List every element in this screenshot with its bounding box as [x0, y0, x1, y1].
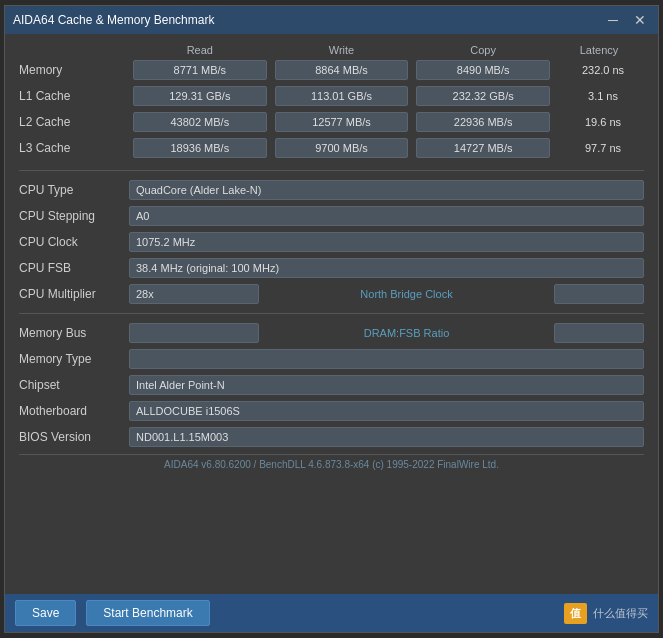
bench-row-memory: Memory 8771 MB/s 8864 MB/s 8490 MB/s 232… [19, 60, 644, 80]
l2-copy: 22936 MB/s [416, 112, 550, 132]
cpu-stepping-row: CPU Stepping A0 [19, 205, 644, 227]
title-bar-buttons: ─ ✕ [604, 11, 650, 29]
memory-type-label: Memory Type [19, 352, 129, 366]
motherboard-row: Motherboard ALLDOCUBE i1506S [19, 400, 644, 422]
memory-bus-label: Memory Bus [19, 326, 129, 340]
l1-copy: 232.32 GB/s [416, 86, 550, 106]
l1-write: 113.01 GB/s [275, 86, 409, 106]
cpu-fsb-value: 38.4 MHz (original: 100 MHz) [129, 258, 644, 278]
l3-write: 9700 MB/s [275, 138, 409, 158]
north-bridge-label: North Bridge Clock [259, 288, 554, 300]
bios-value: ND001.L1.15M003 [129, 427, 644, 447]
bios-label: BIOS Version [19, 430, 129, 444]
bench-row-l3: L3 Cache 18936 MB/s 9700 MB/s 14727 MB/s… [19, 138, 644, 158]
cpu-info-section: CPU Type QuadCore (Alder Lake-N) CPU Ste… [19, 179, 644, 305]
chipset-row: Chipset Intel Alder Point-N [19, 374, 644, 396]
dram-fsb-value [554, 323, 644, 343]
cpu-clock-label: CPU Clock [19, 235, 129, 249]
memory-label: Memory [19, 63, 129, 77]
motherboard-label: Motherboard [19, 404, 129, 418]
watermark-text: 什么值得买 [593, 606, 648, 621]
minimize-button[interactable]: ─ [604, 11, 622, 29]
cpu-type-value: QuadCore (Alder Lake-N) [129, 180, 644, 200]
memory-latency: 232.0 ns [554, 64, 644, 76]
window-title: AIDA64 Cache & Memory Benchmark [13, 13, 214, 27]
cpu-multiplier-row: CPU Multiplier 28x North Bridge Clock [19, 283, 644, 305]
bottom-bar: Save Start Benchmark 值 什么值得买 [5, 594, 658, 632]
benchmark-table: Read Write Copy Latency Memory 8771 MB/s… [19, 44, 644, 158]
north-bridge-value [554, 284, 644, 304]
memory-copy: 8490 MB/s [416, 60, 550, 80]
divider-2 [19, 313, 644, 314]
memory-type-value [129, 349, 644, 369]
l1-read: 129.31 GB/s [133, 86, 267, 106]
watermark-badge: 值 [564, 603, 587, 624]
chipset-label: Chipset [19, 378, 129, 392]
dram-fsb-label: DRAM:FSB Ratio [259, 327, 554, 339]
l1-label: L1 Cache [19, 89, 129, 103]
main-window: AIDA64 Cache & Memory Benchmark ─ ✕ Read… [4, 5, 659, 633]
footer-text: AIDA64 v6.80.6200 / BenchDLL 4.6.873.8-x… [164, 459, 499, 470]
cpu-type-row: CPU Type QuadCore (Alder Lake-N) [19, 179, 644, 201]
memory-read: 8771 MB/s [133, 60, 267, 80]
benchmark-button[interactable]: Start Benchmark [86, 600, 209, 626]
bench-header-row: Read Write Copy Latency [19, 44, 644, 56]
memory-bus-row: Memory Bus DRAM:FSB Ratio [19, 322, 644, 344]
memory-bus-value [129, 323, 259, 343]
memory-info-section: Memory Bus DRAM:FSB Ratio Memory Type Ch… [19, 322, 644, 448]
bios-row: BIOS Version ND001.L1.15M003 [19, 426, 644, 448]
bench-row-l2: L2 Cache 43802 MB/s 12577 MB/s 22936 MB/… [19, 112, 644, 132]
col-header-read: Read [129, 44, 271, 56]
col-header-0 [19, 44, 129, 56]
l2-read: 43802 MB/s [133, 112, 267, 132]
cpu-multiplier-label: CPU Multiplier [19, 287, 129, 301]
l3-read: 18936 MB/s [133, 138, 267, 158]
cpu-clock-row: CPU Clock 1075.2 MHz [19, 231, 644, 253]
l2-label: L2 Cache [19, 115, 129, 129]
memory-write: 8864 MB/s [275, 60, 409, 80]
l3-latency: 97.7 ns [554, 142, 644, 154]
cpu-stepping-value: A0 [129, 206, 644, 226]
l1-latency: 3.1 ns [554, 90, 644, 102]
l2-write: 12577 MB/s [275, 112, 409, 132]
watermark-area: 值 什么值得买 [564, 603, 648, 624]
chipset-value: Intel Alder Point-N [129, 375, 644, 395]
cpu-clock-value: 1075.2 MHz [129, 232, 644, 252]
l3-copy: 14727 MB/s [416, 138, 550, 158]
cpu-multiplier-value: 28x [129, 284, 259, 304]
col-header-copy: Copy [412, 44, 554, 56]
title-bar: AIDA64 Cache & Memory Benchmark ─ ✕ [5, 6, 658, 34]
cpu-fsb-label: CPU FSB [19, 261, 129, 275]
bottom-buttons: Save Start Benchmark [15, 600, 210, 626]
cpu-type-label: CPU Type [19, 183, 129, 197]
cpu-fsb-row: CPU FSB 38.4 MHz (original: 100 MHz) [19, 257, 644, 279]
col-header-latency: Latency [554, 44, 644, 56]
content-area: Read Write Copy Latency Memory 8771 MB/s… [5, 34, 658, 594]
footer-info: AIDA64 v6.80.6200 / BenchDLL 4.6.873.8-x… [19, 454, 644, 474]
col-header-write: Write [271, 44, 413, 56]
motherboard-value: ALLDOCUBE i1506S [129, 401, 644, 421]
divider-1 [19, 170, 644, 171]
l3-label: L3 Cache [19, 141, 129, 155]
cpu-stepping-label: CPU Stepping [19, 209, 129, 223]
save-button[interactable]: Save [15, 600, 76, 626]
close-button[interactable]: ✕ [630, 11, 650, 29]
l2-latency: 19.6 ns [554, 116, 644, 128]
memory-type-row: Memory Type [19, 348, 644, 370]
bench-row-l1: L1 Cache 129.31 GB/s 113.01 GB/s 232.32 … [19, 86, 644, 106]
